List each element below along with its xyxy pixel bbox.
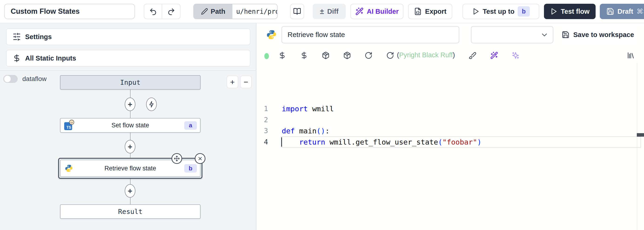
redo-button[interactable] xyxy=(162,4,180,19)
save-to-workspace-label: Save to workspace xyxy=(573,31,634,39)
settings-label: Settings xyxy=(25,33,52,41)
save-icon xyxy=(606,8,614,15)
test-flow-button[interactable]: Test flow xyxy=(544,4,596,19)
code-token: wmill.get_flow_user_state xyxy=(325,138,438,146)
ai-builder-button[interactable]: AI Builder xyxy=(350,4,404,19)
toggle-knob xyxy=(4,76,11,82)
move-node-button[interactable] xyxy=(172,153,182,164)
step-template-dropdown[interactable] xyxy=(471,26,553,43)
dollar-icon xyxy=(278,52,286,59)
code-token: ( xyxy=(438,138,442,146)
code-assistants-status: (Pyright Black Ruff) xyxy=(397,51,455,59)
format-button[interactable] xyxy=(468,51,477,60)
code-line[interactable]: 1 import wmill xyxy=(257,103,644,114)
flow-sidebar: Settings All Static Inputs dataflow Inpu… xyxy=(0,23,256,230)
code-token: "foobar" xyxy=(442,138,477,146)
line-number: 1 xyxy=(257,103,268,114)
test-flow-label: Test flow xyxy=(561,8,590,15)
flow-node-input[interactable]: Input xyxy=(60,75,200,90)
test-up-to-step-badge: b xyxy=(518,6,530,17)
static-inputs-button[interactable] xyxy=(278,51,287,60)
path-label: Path xyxy=(211,8,226,15)
line-number: 2 xyxy=(257,114,268,125)
ai-generate-button[interactable] xyxy=(511,51,520,60)
refresh-icon xyxy=(386,52,394,59)
code-token: return xyxy=(299,138,325,146)
diff-icon: ± xyxy=(320,7,324,16)
code-token xyxy=(282,138,299,146)
flow-editor-app: Path u/henri/pro ± Diff AI Builder Expor… xyxy=(0,0,644,230)
step-editor-panel: Save to workspace (Pyright Black Ruff) xyxy=(257,23,644,230)
undo-redo-group xyxy=(144,4,180,19)
code-editor[interactable]: 1 import wmill 2 3 def main(): 4 return … xyxy=(257,63,644,230)
dependencies-button[interactable] xyxy=(342,51,352,60)
dataflow-label: dataflow xyxy=(22,75,46,83)
save-draft-button[interactable]: Draft ⌘S xyxy=(600,4,644,19)
library-button[interactable] xyxy=(626,51,636,60)
code-token: def xyxy=(282,127,295,135)
dependencies-button[interactable] xyxy=(321,51,330,60)
divider xyxy=(0,70,256,71)
insert-step-button[interactable]: + xyxy=(125,184,136,198)
wand-icon xyxy=(355,7,364,16)
test-up-to-button[interactable]: Test up to b xyxy=(462,4,539,19)
package-icon xyxy=(322,52,330,59)
delete-node-button[interactable]: × xyxy=(195,153,206,164)
save-to-workspace-button[interactable]: Save to workspace xyxy=(562,26,634,43)
code-line[interactable]: 2 xyxy=(257,114,644,125)
save-icon xyxy=(562,31,570,39)
code-token: () xyxy=(316,127,325,135)
path-edit-button[interactable]: Path xyxy=(194,4,232,19)
play-icon xyxy=(550,8,558,15)
line-number: 3 xyxy=(257,125,268,136)
code-line[interactable]: 4 return wmill.get_flow_user_state("foob… xyxy=(257,136,644,148)
flow-node-result[interactable]: Result xyxy=(60,204,200,219)
dataflow-toggle[interactable] xyxy=(3,75,18,83)
insert-step-button[interactable]: + xyxy=(125,140,136,153)
redo-icon xyxy=(167,8,175,15)
sliders-icon xyxy=(12,33,21,41)
file-export-icon xyxy=(414,8,422,15)
node-step-id-badge: b xyxy=(184,164,197,172)
graph-zoom-in-button[interactable]: + xyxy=(226,76,238,88)
step-name-input[interactable] xyxy=(282,26,459,43)
paren: ) xyxy=(453,51,455,59)
undo-button[interactable] xyxy=(144,4,162,19)
refresh-icon xyxy=(364,52,372,59)
graph-zoom-out-button[interactable]: − xyxy=(240,76,252,88)
undo-icon xyxy=(149,8,157,15)
scrollbar-cursor-mark xyxy=(637,133,644,137)
flow-node-set-flow-state[interactable]: TS Set flow state a xyxy=(60,118,200,133)
static-inputs-button[interactable] xyxy=(300,51,309,60)
move-icon xyxy=(174,155,180,162)
insert-step-button[interactable]: + xyxy=(125,98,136,111)
lightning-icon xyxy=(148,101,155,108)
reload-button[interactable] xyxy=(386,51,395,60)
brush-icon xyxy=(468,52,476,59)
reload-button[interactable] xyxy=(364,51,373,60)
text-cursor xyxy=(281,137,282,147)
flow-name-input[interactable] xyxy=(4,4,135,19)
paren: ( xyxy=(397,51,399,59)
play-icon xyxy=(472,8,480,15)
export-button[interactable]: Export xyxy=(408,4,452,19)
static-inputs-label: All Static Inputs xyxy=(25,55,76,62)
code-token: ) xyxy=(477,138,482,146)
code-token: import xyxy=(282,105,308,113)
diff-label: Diff xyxy=(327,8,338,15)
library-icon xyxy=(627,52,635,59)
python-icon xyxy=(266,29,277,40)
all-static-inputs-card[interactable]: All Static Inputs xyxy=(6,50,250,67)
line-number: 4 xyxy=(257,136,268,148)
code-line[interactable]: 3 def main(): xyxy=(257,125,644,136)
editor-toolbar: (Pyright Black Ruff) xyxy=(257,49,644,62)
chevron-down-icon xyxy=(540,31,548,39)
ai-edit-button[interactable] xyxy=(490,51,499,60)
settings-card[interactable]: Settings xyxy=(6,28,250,45)
trigger-button[interactable] xyxy=(146,98,157,111)
code-token: wmill xyxy=(308,105,334,113)
docs-button[interactable] xyxy=(290,4,304,19)
export-label: Export xyxy=(425,8,446,15)
path-value[interactable]: u/henri/pro xyxy=(232,4,277,19)
diff-button[interactable]: ± Diff xyxy=(313,4,346,19)
